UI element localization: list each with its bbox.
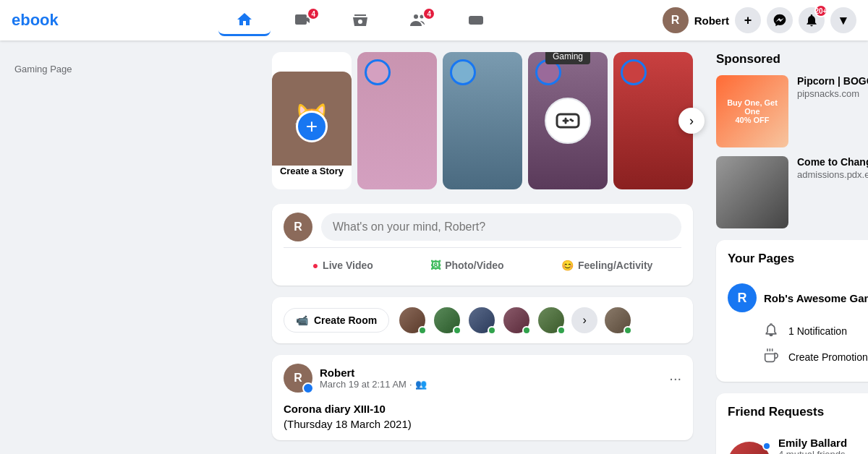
svg-point-1 <box>414 14 418 19</box>
ad-item-1[interactable]: Buy One, Get One40% OFF Pipcorn | BOGO 4… <box>716 75 868 147</box>
stories-row: 🐱 + Create a Story Gaming <box>272 52 693 189</box>
live-video-icon: ● <box>312 260 318 271</box>
feeling-label: Feeling/Activity <box>578 260 652 271</box>
create-room-icon: 📹 <box>296 314 308 326</box>
online-next-button[interactable]: › <box>571 307 597 333</box>
add-button[interactable]: + <box>735 7 761 33</box>
add-story-icon: + <box>296 111 328 142</box>
friend-requests-title: Friend Requests <box>728 405 824 419</box>
header-left: ebook <box>12 11 59 30</box>
post-input[interactable] <box>321 213 681 241</box>
nav-groups[interactable]: 4 <box>392 6 444 35</box>
nav-gaming[interactable] <box>450 6 502 35</box>
story-avatar-2 <box>365 59 391 85</box>
online-avatar-3[interactable] <box>467 306 496 335</box>
online-dot-4 <box>522 326 531 335</box>
page-item[interactable]: R Rob's Awesome Gaming Page <box>728 283 868 312</box>
chevron-down-icon[interactable]: ▾ <box>830 7 856 33</box>
header: ebook 4 4 R Robert + <box>0 0 868 40</box>
header-right: R Robert + 20+ ▾ <box>663 7 856 33</box>
online-dot-5 <box>557 326 566 335</box>
story-avatar-3 <box>450 59 476 85</box>
friend-requests-section: Friend Requests See All Emily Ballard 4d… <box>716 393 868 454</box>
story-avatar-5 <box>621 59 647 85</box>
user-avatar: R <box>663 7 689 33</box>
post-box-avatar: R <box>284 213 312 241</box>
online-avatar-1[interactable] <box>398 306 427 335</box>
bell-icon <box>764 322 781 340</box>
post-card: R Robert March 19 at 2:11 AM · 👥 ··· <box>272 355 693 440</box>
create-room-label: Create Room <box>314 314 377 326</box>
online-avatar-4[interactable] <box>502 306 531 335</box>
create-promotion-item[interactable]: Create Promotion <box>728 344 868 370</box>
header-nav: 4 4 <box>218 5 502 36</box>
gaming-circle <box>545 98 591 144</box>
your-pages-title: Your Pages <box>728 252 794 266</box>
post-privacy-icon: 👥 <box>415 379 427 390</box>
online-dot-1 <box>418 326 427 335</box>
friend-request-mutual: 4 mutual friends <box>778 449 868 454</box>
your-pages-section: Your Pages ··· R Rob's Awesome Gaming Pa… <box>716 240 868 382</box>
post-meta: R Robert March 19 at 2:11 AM · 👥 <box>284 364 427 393</box>
online-avatars: › <box>398 306 632 335</box>
page-icon: R <box>728 283 757 312</box>
post-subtitle: (Thursday 18 March 2021) <box>284 416 681 432</box>
feeling-activity-button[interactable]: 😊 Feeling/Activity <box>550 254 664 277</box>
photo-video-button[interactable]: 🖼 Photo/Video <box>419 254 515 277</box>
notifications-badge: 20+ <box>814 4 827 17</box>
notification-label: 1 Notification <box>788 325 847 337</box>
online-dot-6 <box>624 326 632 335</box>
nav-video[interactable]: 4 <box>276 6 328 35</box>
create-promotion-label[interactable]: Create Promotion <box>788 351 868 363</box>
post-box-top: R <box>284 213 681 241</box>
user-profile[interactable]: R Robert <box>663 7 729 33</box>
nav-marketplace[interactable] <box>334 6 386 35</box>
post-content: Corona diary XIII-10 (Thursday 18 March … <box>272 401 693 440</box>
create-room-bar: 📹 Create Room <box>272 297 693 343</box>
photo-video-label: Photo/Video <box>445 260 503 271</box>
photo-icon: 🖼 <box>430 260 441 271</box>
ad-thumb-2 <box>716 156 788 228</box>
post-actions: ● Live Video 🖼 Photo/Video 😊 Feeling/Act… <box>284 247 681 277</box>
online-dot-3 <box>488 326 496 335</box>
ad-info-1: Pipcorn | BOGO 40% OFF pipsnacks.com <box>797 75 868 147</box>
post-title: Corona diary XIII-10 <box>284 401 681 416</box>
messenger-button[interactable] <box>767 7 793 33</box>
live-video-button[interactable]: ● Live Video <box>301 254 385 277</box>
post-author-name: Robert <box>320 367 427 379</box>
live-video-label: Live Video <box>323 260 373 271</box>
gaming-tooltip-arrow <box>564 60 571 67</box>
story-card-gaming[interactable]: Gaming <box>528 52 608 189</box>
stories-next-button[interactable]: › <box>678 108 705 134</box>
nav-home[interactable] <box>218 5 271 36</box>
post-header: R Robert March 19 at 2:11 AM · 👥 ··· <box>272 355 693 401</box>
sponsored-section: Sponsored Buy One, Get One40% OFF Pipcor… <box>716 52 868 228</box>
story-card-2[interactable] <box>357 52 437 189</box>
megaphone-icon <box>764 348 781 366</box>
create-room-button[interactable]: 📹 Create Room <box>284 308 389 333</box>
friend-requests-header: Friend Requests See All <box>728 405 868 428</box>
online-avatar-6[interactable] <box>603 306 632 335</box>
post-info: Robert March 19 at 2:11 AM · 👥 <box>320 367 427 390</box>
groups-badge: 4 <box>422 7 435 20</box>
online-avatar-2[interactable] <box>433 306 461 335</box>
ad-url-1: pipsnacks.com <box>797 88 868 99</box>
friend-request-new-dot <box>762 442 771 450</box>
post-author-avatar: R <box>284 364 312 393</box>
sponsored-title: Sponsored <box>716 52 868 67</box>
post-box: R ● Live Video 🖼 Photo/Video 😊 Feeling/A… <box>272 204 693 286</box>
notification-item[interactable]: 1 Notification <box>728 318 868 344</box>
page-name: Rob's Awesome Gaming Page <box>764 292 868 304</box>
notifications-button[interactable]: 20+ <box>799 7 825 33</box>
ad-item-2[interactable]: Come to Change admissions.pdx.edu <box>716 156 868 228</box>
svg-rect-0 <box>295 14 307 25</box>
post-more-button[interactable]: ··· <box>669 370 681 387</box>
online-avatar-5[interactable] <box>537 306 566 335</box>
ad-thumb-1: Buy One, Get One40% OFF <box>716 75 788 147</box>
create-story-card[interactable]: 🐱 + Create a Story <box>272 52 352 189</box>
main-layout: Gaming Page 🐱 + Create a Story <box>0 40 868 454</box>
ad-title-2: Come to Change <box>797 156 868 168</box>
create-story-label: Create a Story <box>280 166 344 178</box>
story-card-3[interactable] <box>443 52 522 189</box>
post-date: March 19 at 2:11 AM · 👥 <box>320 379 427 390</box>
